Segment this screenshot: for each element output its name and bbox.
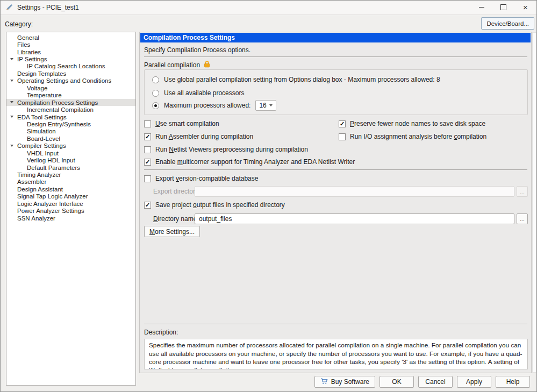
sidebar-item-design-entry-synthesis[interactable]: Design Entry/Synthesis xyxy=(6,120,135,127)
sidebar-item-vhdl-input[interactable]: VHDL Input xyxy=(6,149,135,156)
sidebar-item-simulation[interactable]: Simulation xyxy=(6,128,135,135)
help-button[interactable]: Help xyxy=(496,376,530,388)
compilation-process-settings-panel: Compilation Process Settings Specify Com… xyxy=(139,32,532,373)
checkbox-icon[interactable] xyxy=(144,175,151,182)
sidebar-item-ssn-analyzer[interactable]: SSN Analyzer xyxy=(6,215,135,222)
sidebar-item-default-parameters[interactable]: Default Parameters xyxy=(6,164,135,171)
radio-icon[interactable] xyxy=(152,76,159,83)
expander-down-icon[interactable] xyxy=(10,116,13,118)
sidebar-item-logic-analyzer-interface[interactable]: Logic Analyzer Interface xyxy=(6,200,135,207)
buy-software-button[interactable]: Buy Software xyxy=(314,376,375,388)
dialog-button-row: Buy Software OK Cancel Apply Help xyxy=(314,376,530,388)
directory-name-label: Directory name: xyxy=(153,215,199,223)
minimize-icon xyxy=(479,7,484,8)
expander-down-icon[interactable] xyxy=(10,101,13,103)
maximize-button[interactable] xyxy=(492,1,514,14)
sidebar-item-ip-settings[interactable]: IP Settings xyxy=(6,55,135,62)
panel-subtitle: Specify Compilation Process options. xyxy=(144,46,250,54)
expander-down-icon[interactable] xyxy=(10,145,13,147)
minimize-button[interactable] xyxy=(470,1,492,14)
shopping-cart-icon xyxy=(320,378,328,386)
sidebar-item-signal-tap-logic-analyzer[interactable]: Signal Tap Logic Analyzer xyxy=(6,193,135,200)
ok-button[interactable]: OK xyxy=(380,376,414,388)
sidebar-item-timing-analyzer[interactable]: Timing Analyzer xyxy=(6,171,135,178)
sidebar-item-verilog-hdl-input[interactable]: Verilog HDL Input xyxy=(6,156,135,163)
lock-icon xyxy=(204,60,210,69)
radio-icon[interactable] xyxy=(152,90,159,97)
category-label: Category: xyxy=(5,20,33,28)
title-bar: Settings - PCIE_test1 × xyxy=(1,1,536,15)
checkbox-checked-icon[interactable]: ✓ xyxy=(144,202,151,209)
sidebar-item-voltage[interactable]: Voltage xyxy=(6,84,135,91)
checkbox-save-project-output-files[interactable]: ✓ Save project output files in specified… xyxy=(144,201,285,209)
checkbox-use-smart-compilation[interactable]: Use smart compilation xyxy=(144,119,219,128)
radio-maximum-processors[interactable]: Maximum processors allowed: 16 xyxy=(152,100,276,111)
more-settings-button[interactable]: More Settings... xyxy=(144,226,200,237)
checkbox-run-assembler[interactable]: ✓ Run Assembler during compilation xyxy=(144,132,253,141)
radio-selected-icon[interactable] xyxy=(152,102,159,109)
radio-use-all-processors[interactable]: Use all available processors xyxy=(152,88,244,98)
parallel-compilation-group-title: Parallel compilation xyxy=(144,60,210,69)
panel-title: Compilation Process Settings xyxy=(140,33,531,42)
window-title: Settings - PCIE_test1 xyxy=(17,4,79,11)
sidebar-item-design-assistant[interactable]: Design Assistant xyxy=(6,186,135,193)
checkbox-run-io-assignment-analysis[interactable]: Run I/O assignment analysis before compi… xyxy=(339,132,486,141)
export-directory-label: Export directory: xyxy=(153,188,200,195)
separator xyxy=(144,169,527,170)
checkbox-icon[interactable] xyxy=(339,133,346,140)
max-processors-dropdown[interactable]: 16 xyxy=(255,100,276,111)
description-text: Specifies the maximum number of processo… xyxy=(144,339,528,369)
description-label: Description: xyxy=(144,329,178,336)
checkbox-icon[interactable] xyxy=(144,120,151,127)
sidebar-item-eda-tool-settings[interactable]: EDA Tool Settings xyxy=(6,113,135,120)
separator xyxy=(144,56,527,57)
close-button[interactable]: × xyxy=(514,1,536,14)
radio-use-global-setting[interactable]: Use global parallel compilation setting … xyxy=(152,74,440,85)
chevron-down-icon xyxy=(269,104,273,106)
expander-down-icon[interactable] xyxy=(10,58,13,60)
sidebar-item-compilation-process-settings[interactable]: Compilation Process Settings xyxy=(6,99,135,106)
sidebar-item-files[interactable]: Files xyxy=(6,41,135,48)
sidebar-item-incremental-compilation[interactable]: Incremental Compilation xyxy=(6,106,135,113)
apply-button[interactable]: Apply xyxy=(457,376,491,388)
expander-down-icon[interactable] xyxy=(10,80,13,82)
checkbox-checked-icon[interactable]: ✓ xyxy=(339,120,346,127)
checkbox-checked-icon[interactable]: ✓ xyxy=(144,159,151,166)
sidebar-item-operating-settings[interactable]: Operating Settings and Conditions xyxy=(6,77,135,84)
parallel-compilation-groupbox: Use global parallel compilation setting … xyxy=(144,69,528,115)
settings-window: Settings - PCIE_test1 × Category: Device… xyxy=(0,0,537,392)
window-controls: × xyxy=(470,1,536,14)
checkbox-icon[interactable] xyxy=(144,146,151,153)
checkbox-export-version-compatible-database[interactable]: Export version-compatible database xyxy=(144,174,258,183)
sidebar-item-board-level[interactable]: Board-Level xyxy=(6,135,135,142)
sidebar-item-design-templates[interactable]: Design Templates xyxy=(6,70,135,77)
separator xyxy=(144,324,527,324)
panel-scrollbar[interactable] xyxy=(532,32,536,373)
sidebar-item-temperature[interactable]: Temperature xyxy=(6,92,135,99)
settings-pencil-icon xyxy=(5,4,13,11)
sidebar-item-ip-catalog-search-locations[interactable]: IP Catalog Search Locations xyxy=(6,63,135,70)
checkbox-preserve-fewer-node-names[interactable]: ✓ Preserve fewer node names to save disk… xyxy=(339,119,485,128)
export-directory-input[interactable] xyxy=(195,186,514,197)
parallel-compilation-label: Parallel compilation xyxy=(144,61,200,69)
device-board-button[interactable]: Device/Board... xyxy=(481,17,534,30)
checkbox-run-netlist-viewers[interactable]: Run Netlist Viewers preprocessing during… xyxy=(144,145,308,154)
checkbox-checked-icon[interactable]: ✓ xyxy=(144,133,151,140)
maximize-icon xyxy=(500,4,506,10)
sidebar-item-compiler-settings[interactable]: Compiler Settings xyxy=(6,142,135,149)
sidebar-item-libraries[interactable]: Libraries xyxy=(6,48,135,55)
directory-name-browse-button[interactable]: ... xyxy=(517,213,528,224)
sidebar-item-general[interactable]: General xyxy=(6,34,135,41)
checkbox-enable-multicorner[interactable]: ✓ Enable multicorner support for Timing … xyxy=(144,158,355,166)
sidebar-item-power-analyzer-settings[interactable]: Power Analyzer Settings xyxy=(6,208,135,215)
directory-name-input[interactable]: output_files xyxy=(195,213,514,224)
export-directory-browse-button[interactable]: ... xyxy=(517,186,528,197)
sidebar-item-assembler[interactable]: Assembler xyxy=(6,179,135,186)
category-tree: General Files Libraries IP Settings IP C… xyxy=(6,32,136,386)
cancel-button[interactable]: Cancel xyxy=(418,376,453,388)
